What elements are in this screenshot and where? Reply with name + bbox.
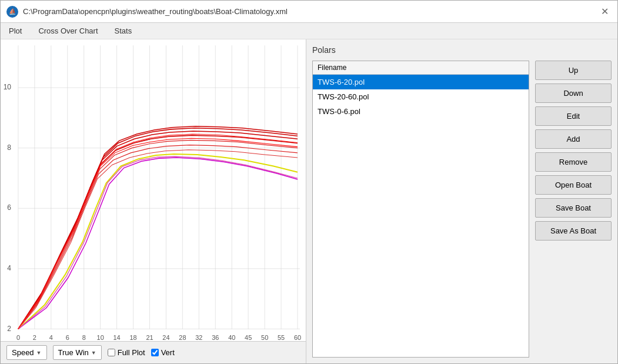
close-button[interactable]: ✕ bbox=[597, 5, 612, 19]
chart-svg: 2 4 6 8 10 0 2 4 6 8 10 14 18 21 24 28 bbox=[1, 39, 306, 341]
wind-dropdown-arrow: ▼ bbox=[91, 350, 96, 356]
polars-buttons: Up Down Edit Add Remove Open Boat Save B… bbox=[535, 61, 612, 358]
speed-label: Speed bbox=[12, 348, 34, 357]
polars-list-item-1[interactable]: TWS-20-60.pol bbox=[313, 89, 529, 104]
svg-text:60: 60 bbox=[294, 334, 301, 341]
svg-text:10: 10 bbox=[4, 83, 12, 91]
vert-label[interactable]: Vert bbox=[151, 348, 175, 357]
svg-text:8: 8 bbox=[7, 143, 11, 152]
svg-text:18: 18 bbox=[129, 334, 136, 341]
svg-text:4: 4 bbox=[7, 264, 11, 272]
title-bar: ⛵ C:\ProgramData\opencpn\plugins\weather… bbox=[1, 1, 617, 23]
save-boat-button[interactable]: Save Boat bbox=[535, 198, 612, 218]
polars-title: Polars bbox=[312, 45, 612, 55]
title-bar-left: ⛵ C:\ProgramData\opencpn\plugins\weather… bbox=[6, 6, 288, 18]
add-button[interactable]: Add bbox=[535, 129, 612, 149]
polars-section: Polars Filename TWS-6-20.pol TWS-20-60.p… bbox=[306, 39, 617, 363]
svg-text:36: 36 bbox=[212, 334, 219, 341]
svg-text:6: 6 bbox=[66, 334, 69, 341]
down-button[interactable]: Down bbox=[535, 84, 612, 103]
polars-list-item-0[interactable]: TWS-6-20.pol bbox=[313, 75, 529, 89]
svg-text:6: 6 bbox=[7, 203, 11, 212]
polars-list-header: Filename bbox=[313, 61, 529, 75]
polars-content: Filename TWS-6-20.pol TWS-20-60.pol TWS-… bbox=[312, 61, 612, 358]
svg-rect-0 bbox=[1, 39, 306, 341]
chart-section: 2 4 6 8 10 0 2 4 6 8 10 14 18 21 24 28 bbox=[1, 39, 306, 363]
svg-text:8: 8 bbox=[82, 334, 86, 341]
remove-button[interactable]: Remove bbox=[535, 152, 612, 172]
speed-dropdown[interactable]: Speed ▼ bbox=[6, 345, 47, 360]
svg-text:32: 32 bbox=[195, 334, 202, 341]
window-title: C:\ProgramData\opencpn\plugins\weather_r… bbox=[23, 7, 288, 16]
menu-item-crossover[interactable]: Cross Over Chart bbox=[36, 25, 100, 36]
vert-text: Vert bbox=[161, 348, 175, 357]
chart-controls: Speed ▼ True Win ▼ Full Plot Vert bbox=[1, 341, 306, 363]
svg-text:28: 28 bbox=[179, 334, 186, 341]
svg-text:50: 50 bbox=[261, 334, 268, 341]
svg-text:10: 10 bbox=[97, 334, 104, 341]
wind-label: True Win bbox=[58, 348, 89, 357]
speed-dropdown-arrow: ▼ bbox=[36, 350, 42, 356]
svg-text:2: 2 bbox=[33, 334, 36, 341]
polars-list-container: Filename TWS-6-20.pol TWS-20-60.pol TWS-… bbox=[312, 61, 529, 358]
edit-button[interactable]: Edit bbox=[535, 106, 612, 126]
up-button[interactable]: Up bbox=[535, 61, 612, 80]
polars-list-item-2[interactable]: TWS-0-6.pol bbox=[313, 104, 529, 119]
chart-canvas: 2 4 6 8 10 0 2 4 6 8 10 14 18 21 24 28 bbox=[1, 39, 306, 341]
svg-text:21: 21 bbox=[146, 334, 153, 341]
svg-text:0: 0 bbox=[16, 334, 20, 341]
full-plot-text: Full Plot bbox=[118, 348, 145, 357]
svg-text:45: 45 bbox=[245, 334, 252, 341]
wind-dropdown[interactable]: True Win ▼ bbox=[53, 345, 102, 360]
save-as-boat-button[interactable]: Save As Boat bbox=[535, 221, 612, 241]
full-plot-label[interactable]: Full Plot bbox=[108, 348, 145, 357]
svg-text:4: 4 bbox=[49, 334, 53, 341]
svg-text:55: 55 bbox=[278, 334, 285, 341]
svg-text:14: 14 bbox=[113, 334, 121, 341]
vert-checkbox[interactable] bbox=[151, 349, 159, 356]
content-area: 2 4 6 8 10 0 2 4 6 8 10 14 18 21 24 28 bbox=[1, 39, 617, 363]
full-plot-checkbox[interactable] bbox=[108, 349, 115, 356]
menu-item-stats[interactable]: Stats bbox=[112, 25, 135, 36]
svg-text:40: 40 bbox=[228, 334, 235, 341]
menu-bar: Plot Cross Over Chart Stats bbox=[1, 23, 617, 39]
svg-text:2: 2 bbox=[7, 324, 11, 332]
main-window: ⛵ C:\ProgramData\opencpn\plugins\weather… bbox=[0, 0, 618, 364]
menu-item-plot[interactable]: Plot bbox=[6, 25, 24, 36]
open-boat-button[interactable]: Open Boat bbox=[535, 175, 612, 195]
app-icon: ⛵ bbox=[6, 6, 18, 18]
svg-text:24: 24 bbox=[162, 334, 169, 341]
